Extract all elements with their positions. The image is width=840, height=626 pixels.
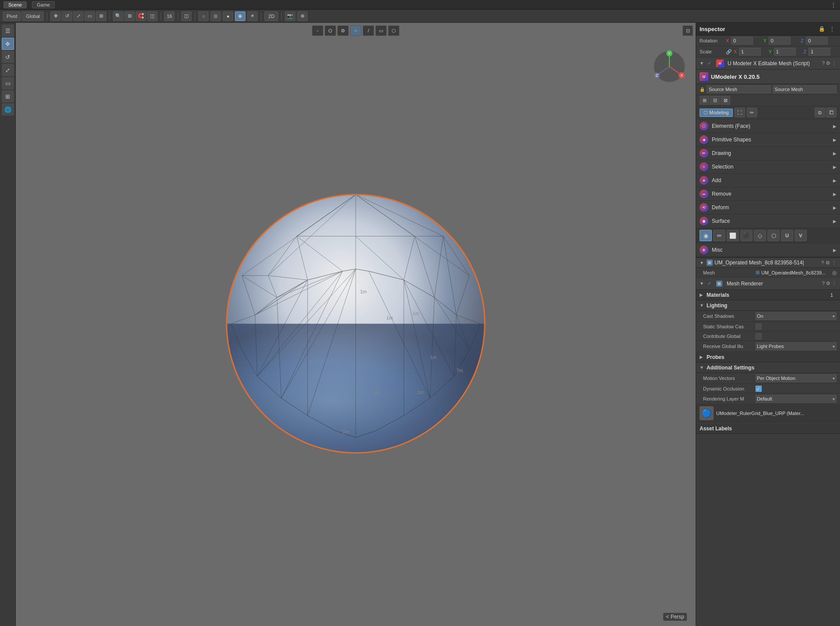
vp-top-right-btn[interactable]: ⊡: [682, 25, 693, 36]
layers2-btn[interactable]: ◫: [181, 11, 192, 21]
mesh-target-icon[interactable]: ◎: [832, 270, 836, 276]
camera-btn[interactable]: 📷: [285, 11, 295, 21]
overflow-icon[interactable]: ⋮: [830, 1, 836, 8]
rotate-tool-btn[interactable]: ↺: [62, 11, 72, 21]
sidebar-transform-icon[interactable]: ⊞: [2, 90, 14, 102]
mesh-renderer-overflow-icon[interactable]: ⋮: [832, 281, 836, 286]
transform-tool-btn[interactable]: ⊞: [96, 11, 106, 21]
static-shadow-check[interactable]: [756, 324, 762, 330]
circle-btn[interactable]: ○: [198, 11, 209, 21]
scale-x-input[interactable]: [739, 48, 761, 56]
sidebar-rect-icon[interactable]: ▭: [2, 77, 14, 89]
palette-square-btn[interactable]: ⬜: [727, 230, 739, 241]
elements-face-item[interactable]: ⬡ Elements (Face) ▶: [696, 120, 840, 133]
modeling-tree-btn[interactable]: ⛶: [735, 108, 745, 117]
vp-mode-btn2[interactable]: ⌬: [325, 25, 336, 36]
mesh-settings-icon[interactable]: ⚙: [826, 260, 830, 266]
num-16-btn[interactable]: 16: [164, 11, 175, 21]
sidebar-globe-icon[interactable]: 🌐: [2, 103, 14, 116]
sun-btn[interactable]: ☀: [247, 11, 258, 21]
icon-row-btn2[interactable]: ⊟: [710, 96, 720, 105]
sidebar-rotate-icon[interactable]: ↺: [2, 51, 14, 63]
icon-row-btn3[interactable]: ⊠: [721, 96, 730, 105]
viewport[interactable]: ◦ ⌬ ⚙ ○ / ▭ ⬡ ⊡: [16, 23, 696, 626]
palette-pencil-btn[interactable]: ✏: [713, 230, 725, 241]
scale-z-input[interactable]: [808, 48, 830, 56]
umodeler-check-icon[interactable]: ✓: [707, 60, 714, 66]
materials-header[interactable]: ▶ Materials 1: [696, 290, 840, 300]
vp-mode-btn3[interactable]: ⚙: [337, 25, 349, 36]
search-btn[interactable]: 🔍: [113, 11, 123, 21]
cast-shadows-select[interactable]: On Off: [756, 312, 836, 320]
palette-hex-btn[interactable]: ⬡: [767, 230, 780, 241]
inspector-overflow-icon[interactable]: ⋮: [828, 25, 836, 33]
motion-vectors-select[interactable]: Per Object Motion Camera Motion Force No…: [756, 374, 836, 382]
vp-mode-btn4[interactable]: ○: [350, 25, 361, 36]
surface-item[interactable]: ◉ Surface ▶: [696, 215, 840, 228]
sidebar-move-icon[interactable]: ✥: [2, 38, 14, 50]
modeling-btn[interactable]: ⬡ Modeling: [700, 109, 733, 117]
2d-btn[interactable]: 2D: [264, 11, 278, 21]
pivot-button[interactable]: Pivot: [3, 11, 21, 21]
primitive-shapes-item[interactable]: ◈ Primitive Shapes ▶: [696, 133, 840, 147]
rotation-y-input[interactable]: [769, 37, 791, 45]
circle2-btn[interactable]: ◎: [210, 11, 221, 21]
sidebar-scale-icon[interactable]: ⤢: [2, 64, 14, 76]
sphere-btn[interactable]: ◉: [235, 11, 245, 21]
palette-u-btn[interactable]: U: [781, 230, 793, 241]
dot-btn[interactable]: ●: [223, 11, 233, 21]
modeling-window-btn[interactable]: ⧠: [826, 108, 836, 117]
probes-header[interactable]: ▶ Probes: [696, 352, 840, 362]
mesh-renderer-header[interactable]: ▼ ✓ ⊞ Mesh Renderer ? ⚙ ⋮: [696, 278, 840, 290]
mesh-renderer-check[interactable]: ✓: [707, 281, 714, 286]
palette-v-btn[interactable]: V: [794, 230, 807, 241]
umodeler-question-icon[interactable]: ?: [822, 60, 825, 66]
gizmo-btn[interactable]: ⊕: [297, 11, 308, 21]
top-bar-scene-tab[interactable]: Scene: [4, 1, 27, 8]
mesh-question-icon[interactable]: ?: [821, 260, 824, 266]
mesh-renderer-settings-icon[interactable]: ⚙: [826, 281, 830, 286]
rendering-layer-select[interactable]: Default: [756, 395, 836, 403]
selection-item[interactable]: ⊹ Selection ▶: [696, 160, 840, 174]
grid-btn[interactable]: ⊞: [124, 11, 135, 21]
layers-btn[interactable]: ◫: [147, 11, 158, 21]
umodeler-overflow-icon[interactable]: ⋮: [832, 60, 836, 66]
additional-settings-header[interactable]: ▼ Additional Settings: [696, 362, 840, 373]
vp-mode-btn6[interactable]: ▭: [375, 25, 387, 36]
motion-vectors-dropdown[interactable]: Per Object Motion Camera Motion Force No…: [756, 374, 836, 382]
vp-mode-btn5[interactable]: /: [363, 25, 374, 36]
misc-item[interactable]: ⊕ Misc ▶: [696, 243, 840, 257]
top-bar-game-tab[interactable]: Game: [32, 1, 55, 8]
scale-y-input[interactable]: [774, 48, 796, 56]
mesh-renderer-question-icon[interactable]: ?: [822, 281, 825, 286]
deform-item[interactable]: ⟲ Deform ▶: [696, 201, 840, 215]
drawing-item[interactable]: ✏ Drawing ▶: [696, 147, 840, 160]
move-tool-btn[interactable]: ✥: [50, 11, 61, 21]
scale-tool-btn[interactable]: ⤢: [73, 11, 84, 21]
receive-global-select[interactable]: Light Probes Lightmaps: [756, 342, 836, 350]
inspector-lock-icon[interactable]: 🔒: [817, 25, 826, 33]
rotation-z-input[interactable]: [806, 37, 828, 45]
receive-global-dropdown[interactable]: Light Probes Lightmaps: [756, 342, 836, 350]
modeling-copy-btn[interactable]: ⧉: [815, 108, 825, 117]
rect-tool-btn[interactable]: ▭: [84, 11, 95, 21]
remove-item[interactable]: − Remove ▶: [696, 187, 840, 201]
icon-row-btn1[interactable]: ⊞: [700, 96, 709, 105]
lighting-header[interactable]: ▼ Lighting: [696, 300, 840, 311]
palette-fill-btn[interactable]: ⬛: [740, 230, 752, 241]
global-button[interactable]: Global: [22, 11, 44, 21]
palette-diamond-btn[interactable]: ◇: [754, 230, 766, 241]
rendering-layer-dropdown[interactable]: Default: [756, 395, 836, 403]
cast-shadows-dropdown[interactable]: On Off: [756, 312, 836, 320]
vp-mode-btn7[interactable]: ⬡: [388, 25, 399, 36]
dynamic-occlusion-check[interactable]: ✓: [756, 386, 762, 392]
add-item[interactable]: + Add ▶: [696, 174, 840, 187]
snap-btn[interactable]: 🧲: [136, 11, 146, 21]
modeling-pencil-btn[interactable]: ✏: [747, 108, 757, 117]
sidebar-menu-icon[interactable]: ☰: [2, 25, 14, 37]
contribute-global-check[interactable]: [756, 333, 762, 339]
asset-labels-header[interactable]: Asset Labels: [696, 423, 840, 434]
vp-mode-btn1[interactable]: ◦: [312, 25, 323, 36]
mesh-overflow-icon[interactable]: ⋮: [832, 260, 836, 266]
scale-link-icon[interactable]: 🔗: [726, 49, 732, 55]
